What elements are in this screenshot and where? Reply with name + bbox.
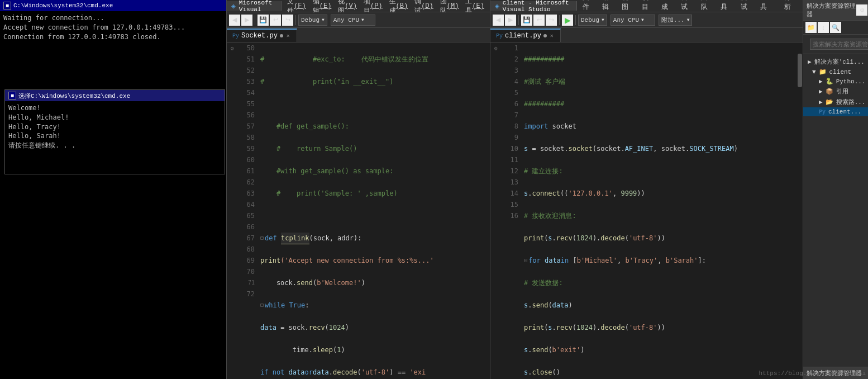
vs2-debug-dropdown[interactable]: Debug ▼ <box>578 15 607 26</box>
vs1-toolbar: ◀ ▶ 💾 ↩ ↪ Debug ▼ Any CPU ▼ <box>227 12 490 28</box>
tree-icon-python-expand: ▶ <box>819 78 823 85</box>
vs2-attach-dropdown[interactable]: 附加... ▼ <box>659 15 693 26</box>
fold-c10[interactable]: ⊟ <box>524 255 527 266</box>
vs1-menu-build[interactable]: 生成(B) <box>386 1 412 11</box>
vs2-menu-project[interactable]: 项目(P) <box>638 1 658 11</box>
vs1-save-btn[interactable]: 💾 <box>257 15 269 26</box>
solution-toolbar-btn3[interactable]: 🔍 <box>830 22 841 33</box>
vs2-tab-close[interactable]: ✕ <box>549 32 555 39</box>
client-line-7: s.connect(('127.0.0.1', 9999)) <box>524 188 795 199</box>
cmd2-line-5: 请按任意键继续. . . <box>8 141 221 150</box>
client-line-13: print(s.recv(1024).decode('utf-8')) <box>524 322 795 333</box>
vs1-fwd-btn[interactable]: ▶ <box>241 15 252 26</box>
vs1-menu-team[interactable]: 团队(M) <box>437 1 462 11</box>
vs1-menu-tools[interactable]: 工具(E) <box>462 1 488 11</box>
client-line-15: s.close() <box>524 367 795 378</box>
fold-58[interactable]: ⊟ <box>260 233 264 244</box>
tree-item-client-py[interactable]: Py client... <box>803 107 868 116</box>
vs2-fwd-btn[interactable]: ▶ <box>505 15 516 26</box>
cmd-content-2[interactable]: Welcome! Hello, Michael! Hello, Tracy! H… <box>5 101 225 174</box>
vs1-tabs: Py Socket.py ✕ <box>227 28 490 42</box>
tree-item-python[interactable]: ▶ 🐍 Pytho... <box>803 77 868 86</box>
vs2-menu-team[interactable]: 团队(M) <box>698 1 717 11</box>
tree-item-search[interactable]: ▶ 📂 搜索路... <box>803 97 868 107</box>
vs1-line-numbers: 5051525354 5556575859 6061626364 6566676… <box>238 42 258 379</box>
vs2-code[interactable]: ########## #测试 客户端 ########## import soc… <box>522 42 797 379</box>
client-line-2: #测试 客户端 <box>524 76 795 87</box>
solution-bottom-tab[interactable]: 解决方案资源管理器 <box>803 367 868 379</box>
fold-61[interactable]: ⊟ <box>260 300 264 311</box>
tree-icon-search-expand: ▶ <box>819 98 823 106</box>
tree-item-solution[interactable]: ▶ 解决方案'cli... <box>803 56 868 67</box>
vs1-tab-socket[interactable]: Py Socket.py ✕ <box>227 29 297 42</box>
vs1-menu-debug[interactable]: 调试(D) <box>411 1 437 11</box>
vs2-save-btn[interactable]: 💾 <box>521 15 532 26</box>
vs1-redo-btn[interactable]: ↪ <box>282 15 293 26</box>
vs2-tabs: Py client.py ✕ <box>490 28 803 42</box>
client-line-11: # 发送数据: <box>524 277 795 288</box>
vs1-menubar: ◈ Socket - Microsoft Visual Studio 文件(F)… <box>227 0 490 12</box>
vs1-menu-view[interactable]: 视图(V) <box>335 1 360 11</box>
cmd-content-1[interactable]: Waiting for connection... Accept new con… <box>0 11 226 379</box>
cmd-panel-2: ■ 选择C:\Windows\system32\cmd.exe Welcome!… <box>4 89 225 174</box>
code-line-61: ⊟while True: <box>260 300 488 311</box>
vs2-menu-file[interactable]: 文件(F) <box>579 1 599 11</box>
vs2-cpu-arrow: ▼ <box>641 17 644 22</box>
vs1-tab-close[interactable]: ✕ <box>285 32 291 39</box>
vs2-sep2 <box>559 15 560 25</box>
vs1-gutter-icon: ⚙ <box>231 44 234 55</box>
vs1-tab-dot <box>280 34 283 37</box>
tree-label-solution: 解决方案'cli... <box>814 58 865 66</box>
vs2-editor[interactable]: ⚙ 12345 678910 1112131415 16 ########## … <box>490 42 803 379</box>
vs1-back-btn[interactable]: ◀ <box>229 15 240 26</box>
code-line-63: time.sleep(1) <box>260 344 488 356</box>
vs1-menu-file[interactable]: 文件(F) <box>284 1 309 11</box>
vs1-debug-dropdown[interactable]: Debug ▼ <box>298 15 327 26</box>
vs2-sep3 <box>575 15 576 25</box>
vs1-editor[interactable]: ⚙ 5051525354 5556575859 6061626364 65666… <box>227 42 490 379</box>
code-line-62: data = sock.recv(1024) <box>260 322 488 333</box>
tree-label-python: Pytho... <box>836 78 866 85</box>
code-line-64: if not data or data.decode('utf-8') == '… <box>260 367 488 378</box>
vs2-menu-debug[interactable]: 调试(D) <box>678 1 697 11</box>
solution-toolbar-btn1[interactable]: 📁 <box>805 22 817 33</box>
solution-toolbar-btn2[interactable]: ↕ <box>818 22 829 33</box>
solution-props-btn[interactable]: ⚙ <box>856 4 867 16</box>
vs1-menu-project[interactable]: 项目(P) <box>360 1 386 11</box>
solution-panel: 解决方案资源管理器 ⚙ + ⟳ 📁 ↕ 🔍 ▶ 解决方案'cli... ▼ 📁 … <box>803 0 868 379</box>
vs2-menu-view[interactable]: 视图(V) <box>618 1 638 11</box>
vs2-menu-tools[interactable]: 工具(T) <box>717 1 737 11</box>
tree-icon-client-expand: ▼ <box>812 69 816 75</box>
vs2-scrollbar-thumb[interactable] <box>798 54 802 87</box>
vs2-tab-client[interactable]: Py client.py ✕ <box>490 29 561 42</box>
vs2-back-btn[interactable]: ◀ <box>493 15 504 26</box>
vs2-menu-test[interactable]: 测试(S) <box>737 1 757 11</box>
vs2-cpu-dropdown[interactable]: Any CPU ▼ <box>611 15 655 26</box>
vs2-undo-btn[interactable]: ↩ <box>533 15 545 26</box>
vs1-tab-label: Socket.py <box>241 32 278 40</box>
code-line-58: ⊟def tcplink(sock, addr): <box>260 233 488 244</box>
vs1-menu-edit[interactable]: 编辑(E) <box>309 1 335 11</box>
vs2-attach-arrow: ▼ <box>687 17 690 22</box>
vs2-menu-edit[interactable]: 编辑(E) <box>599 1 618 11</box>
vs1-gutter: ⚙ <box>227 42 238 379</box>
code-line-59: print('Accept new connection from %s:%s.… <box>260 255 488 266</box>
solution-search-input[interactable] <box>810 39 868 50</box>
cmd2-line-2: Hello, Michael! <box>8 113 221 122</box>
vs2-menubar: ◈ client - Microsoft Visual Studio 文件(F)… <box>490 0 803 12</box>
client-line-9: print(s.recv(1024).decode('utf-8')) <box>524 233 795 244</box>
tree-icon-refs: 📦 <box>826 88 833 95</box>
vs2-menu-build[interactable]: 生成(B) <box>658 1 678 11</box>
vs2-redo-btn[interactable]: ↪ <box>546 15 557 26</box>
vs1-undo-btn[interactable]: ↩ <box>270 15 281 26</box>
vs2-menu-analyze[interactable]: 分析(N) <box>781 1 800 11</box>
vs2-scrollbar[interactable] <box>797 42 803 379</box>
vs1-cpu-dropdown[interactable]: Any CPU ▼ <box>331 15 375 26</box>
tree-label-client: client <box>829 69 852 75</box>
vs2-menu-rtools[interactable]: R 工具(R) <box>757 1 781 11</box>
tree-label-client-py: client... <box>828 108 861 115</box>
tree-item-client[interactable]: ▼ 📁 client <box>803 67 868 77</box>
vs2-run-btn[interactable]: ▶ <box>562 15 573 26</box>
vs1-code[interactable]: # #exc_to: 代码中错误发生的位置 # print("in __exit… <box>258 42 490 379</box>
tree-item-refs[interactable]: ▶ 📦 引用 <box>803 86 868 97</box>
